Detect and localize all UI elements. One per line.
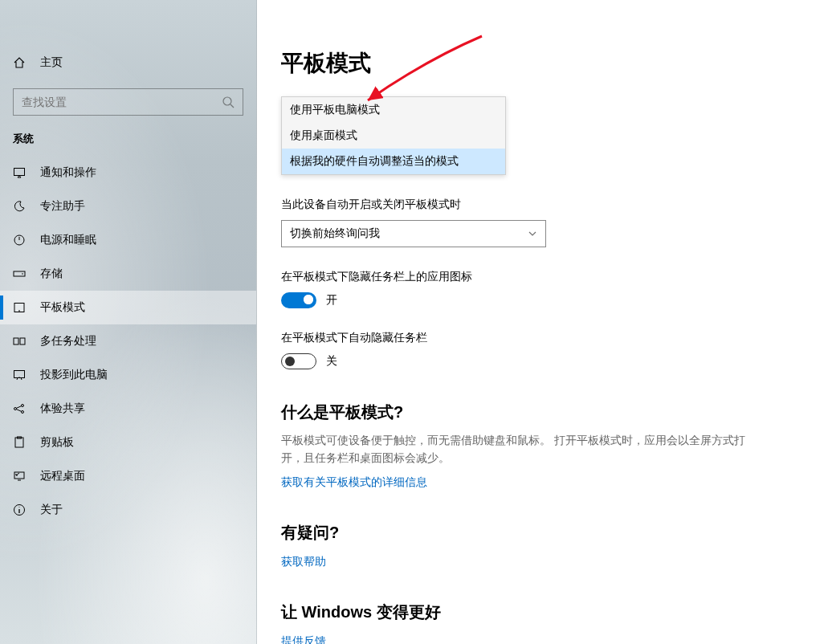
sidebar-item-label: 多任务处理	[40, 334, 96, 348]
toggle-state-label: 开	[326, 293, 337, 308]
auto-switch-section: 当此设备自动开启或关闭平板模式时 切换前始终询问我	[281, 198, 792, 247]
give-feedback-link[interactable]: 提供反馈	[281, 634, 326, 644]
sidebar-item-label: 投影到此电脑	[40, 368, 108, 382]
power-icon	[13, 234, 26, 247]
home-icon	[13, 56, 26, 69]
sidebar-item-about[interactable]: 关于	[0, 493, 256, 527]
chevron-down-icon	[528, 229, 537, 238]
sidebar-item-label: 体验共享	[40, 401, 85, 416]
remote-desktop-icon	[13, 470, 26, 483]
make-windows-better-heading: 让 Windows 变得更好	[281, 601, 792, 623]
sidebar-item-notifications[interactable]: 通知和操作	[0, 156, 256, 190]
hide-app-icons-section: 在平板模式下隐藏任务栏上的应用图标 开	[281, 270, 792, 308]
what-is-tablet-mode-desc: 平板模式可使设备便于触控，而无需借助键盘和鼠标。 打开平板模式时，应用会以全屏方…	[281, 431, 747, 467]
sidebar: 主页 系统 通知和操作 专注助手 电源和睡眠 存储 平板模式 多任务处理	[0, 0, 257, 644]
sidebar-item-label: 通知和操作	[40, 165, 96, 180]
auto-switch-dropdown[interactable]: 切换前始终询问我	[281, 220, 546, 247]
clipboard-icon	[13, 436, 26, 449]
share-icon	[13, 402, 26, 415]
toggle-state-label: 关	[326, 354, 337, 369]
signin-mode-dropdown-open[interactable]: 使用平板电脑模式 使用桌面模式 根据我的硬件自动调整适当的模式	[281, 96, 506, 175]
home-label: 主页	[40, 55, 63, 70]
search-box[interactable]	[13, 88, 243, 116]
sidebar-item-tablet-mode[interactable]: 平板模式	[0, 291, 256, 324]
page-title: 平板模式	[281, 48, 792, 79]
get-help-link[interactable]: 获取帮助	[281, 555, 326, 569]
svg-rect-8	[20, 338, 25, 344]
sidebar-item-label: 平板模式	[40, 300, 85, 315]
sidebar-item-projecting[interactable]: 投影到此电脑	[0, 358, 256, 392]
sidebar-item-label: 剪贴板	[40, 435, 74, 450]
auto-hide-taskbar-toggle[interactable]	[281, 353, 316, 369]
auto-hide-taskbar-section: 在平板模式下自动隐藏任务栏 关	[281, 331, 792, 369]
svg-rect-4	[14, 271, 25, 276]
search-icon	[222, 96, 235, 108]
learn-more-link[interactable]: 获取有关平板模式的详细信息	[281, 475, 427, 490]
what-is-tablet-mode-heading: 什么是平板模式?	[281, 401, 792, 423]
sidebar-item-label: 专注助手	[40, 199, 85, 214]
home-nav[interactable]: 主页	[0, 47, 256, 79]
svg-point-1	[223, 97, 231, 105]
svg-point-11	[22, 405, 24, 407]
svg-point-10	[14, 408, 17, 410]
sidebar-item-multitasking[interactable]: 多任务处理	[0, 324, 256, 358]
sidebar-item-clipboard[interactable]: 剪贴板	[0, 426, 256, 459]
auto-switch-label: 当此设备自动开启或关闭平板模式时	[281, 198, 792, 212]
svg-rect-7	[14, 338, 18, 344]
sidebar-item-remote-desktop[interactable]: 远程桌面	[0, 459, 256, 493]
auto-hide-taskbar-label: 在平板模式下自动隐藏任务栏	[281, 331, 792, 345]
sidebar-section-label: 系统	[0, 116, 256, 151]
sidebar-item-shared-experiences[interactable]: 体验共享	[0, 392, 256, 426]
sidebar-item-label: 关于	[40, 503, 63, 517]
info-icon	[13, 503, 26, 516]
notification-icon	[13, 166, 26, 179]
hide-app-icons-toggle[interactable]	[281, 292, 316, 308]
svg-point-5	[22, 273, 23, 275]
sidebar-item-label: 远程桌面	[40, 469, 85, 483]
svg-rect-9	[14, 371, 25, 378]
dropdown-option[interactable]: 使用桌面模式	[282, 123, 505, 149]
sidebar-nav: 通知和操作 专注助手 电源和睡眠 存储 平板模式 多任务处理 投影到此电脑 体	[0, 156, 256, 527]
svg-point-12	[22, 411, 24, 414]
svg-rect-13	[15, 438, 23, 447]
sidebar-item-label: 存储	[40, 267, 63, 281]
hide-app-icons-label: 在平板模式下隐藏任务栏上的应用图标	[281, 270, 792, 284]
sidebar-item-focus-assist[interactable]: 专注助手	[0, 190, 256, 223]
dropdown-option[interactable]: 使用平板电脑模式	[282, 97, 505, 123]
sidebar-item-storage[interactable]: 存储	[0, 257, 256, 291]
questions-heading: 有疑问?	[281, 522, 792, 544]
storage-icon	[13, 267, 26, 280]
svg-rect-2	[14, 169, 25, 176]
content-area: 平板模式 使用平板电脑模式 使用桌面模式 根据我的硬件自动调整适当的模式 当此设…	[257, 0, 824, 644]
moon-icon	[13, 200, 26, 213]
dropdown-value: 切换前始终询问我	[290, 226, 380, 241]
dropdown-option-selected[interactable]: 根据我的硬件自动调整适当的模式	[282, 149, 505, 174]
sidebar-item-label: 电源和睡眠	[40, 233, 96, 247]
project-icon	[13, 369, 26, 381]
search-input[interactable]	[22, 96, 222, 108]
tablet-icon	[13, 301, 26, 314]
multitask-icon	[13, 335, 26, 348]
sidebar-item-power-sleep[interactable]: 电源和睡眠	[0, 223, 256, 257]
